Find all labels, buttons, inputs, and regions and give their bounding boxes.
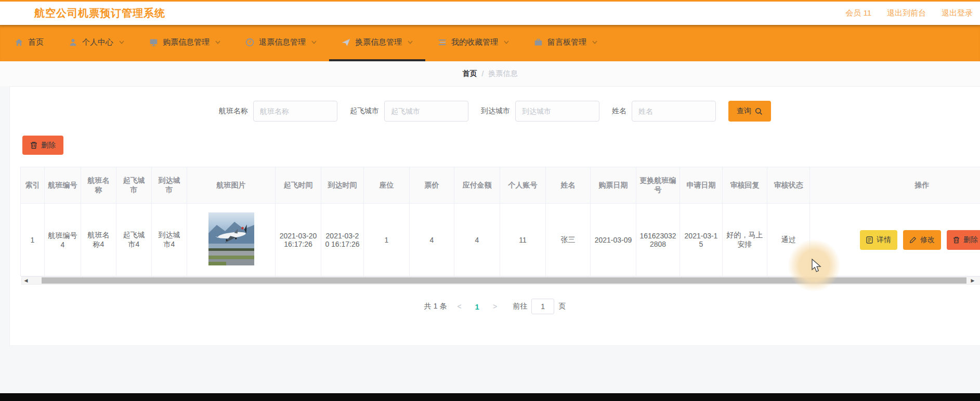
next-page-button[interactable]: > bbox=[490, 302, 500, 311]
col-name: 姓名 bbox=[546, 167, 591, 204]
member-link[interactable]: 会员 11 bbox=[845, 8, 871, 18]
nav-item-home[interactable]: 首页 bbox=[2, 25, 56, 61]
horizontal-scrollbar[interactable]: ◀ ▶ bbox=[21, 276, 980, 285]
airplane-photo bbox=[208, 212, 254, 265]
col-account: 个人账号 bbox=[500, 167, 546, 204]
col-review-reply: 审核回复 bbox=[723, 167, 767, 204]
detail-icon bbox=[866, 236, 873, 244]
col-depart-time: 起飞时间 bbox=[276, 167, 321, 204]
exit-to-front-link[interactable]: 退出到前台 bbox=[887, 8, 926, 18]
nav-item-message-board[interactable]: 留言板管理 bbox=[521, 25, 610, 61]
home-icon bbox=[15, 38, 23, 47]
data-table-wrap: 索引 航班编号 航班名称 起飞城市 到达城市 航班图片 起飞时间 到达时间 座位… bbox=[20, 167, 980, 285]
edit-icon bbox=[909, 236, 917, 244]
trash-icon bbox=[953, 236, 960, 244]
breadcrumb: 首页 / 换票信息 bbox=[0, 61, 980, 86]
paper-plane-icon bbox=[342, 38, 350, 47]
detail-button[interactable]: 详情 bbox=[860, 230, 897, 250]
depart-city-label: 起飞城市 bbox=[350, 106, 379, 116]
nav-item-ticket-purchase[interactable]: 购票信息管理 bbox=[137, 25, 233, 61]
col-flight-name: 航班名称 bbox=[81, 167, 116, 204]
nav-item-favorites[interactable]: 我的收藏管理 bbox=[425, 25, 521, 61]
col-apply-date: 申请日期 bbox=[680, 167, 723, 204]
topbar: 航空公司机票预订管理系统 会员 11 退出到前台 退出登录 bbox=[0, 2, 980, 25]
goto-label: 前往 bbox=[513, 302, 527, 311]
scrollbar-thumb[interactable] bbox=[42, 277, 966, 284]
app-title: 航空公司机票预订管理系统 bbox=[34, 6, 165, 20]
list-icon bbox=[438, 38, 447, 47]
bulk-delete-button[interactable]: 删除 bbox=[22, 136, 63, 155]
col-arrive-time: 到达时间 bbox=[321, 167, 364, 204]
col-buy-date: 购票日期 bbox=[591, 167, 636, 204]
col-seat: 座位 bbox=[364, 167, 410, 204]
gauge-icon bbox=[245, 38, 254, 47]
arrive-city-label: 到达城市 bbox=[481, 106, 510, 116]
breadcrumb-separator: / bbox=[482, 70, 484, 78]
chevron-down-icon bbox=[119, 41, 124, 44]
col-index: 索引 bbox=[21, 167, 45, 204]
chevron-down-icon bbox=[311, 41, 317, 44]
search-form: 航班名称 起飞城市 到达城市 姓名 查询 bbox=[10, 87, 980, 122]
edit-button[interactable]: 修改 bbox=[903, 230, 941, 250]
page-number-1[interactable]: 1 bbox=[472, 302, 482, 311]
user-icon bbox=[69, 38, 77, 47]
content-card: 航班名称 起飞城市 到达城市 姓名 查询 删除 bbox=[9, 86, 980, 346]
bottom-black-bar bbox=[0, 393, 980, 401]
breadcrumb-home[interactable]: 首页 bbox=[463, 69, 477, 78]
monitor-icon bbox=[149, 38, 158, 47]
col-new-flight-no: 更换航班编号 bbox=[636, 167, 680, 204]
row-operations: 详情 修改 删除 bbox=[813, 230, 980, 250]
chevron-down-icon bbox=[504, 41, 509, 44]
col-review-status: 审核状态 bbox=[767, 167, 810, 204]
trash-icon bbox=[30, 141, 37, 149]
col-price: 票价 bbox=[410, 167, 454, 204]
breadcrumb-current: 换票信息 bbox=[488, 69, 517, 78]
flight-name-label: 航班名称 bbox=[219, 106, 248, 116]
col-depart-city: 起飞城市 bbox=[116, 167, 152, 204]
name-input[interactable] bbox=[632, 101, 716, 122]
query-button[interactable]: 查询 bbox=[728, 101, 771, 122]
arrive-city-input[interactable] bbox=[515, 101, 599, 122]
col-operations: 操作 bbox=[810, 167, 980, 204]
nav-item-ticket-exchange[interactable]: 换票信息管理 bbox=[329, 25, 425, 61]
data-table: 索引 航班编号 航班名称 起飞城市 到达城市 航班图片 起飞时间 到达时间 座位… bbox=[20, 167, 980, 276]
depart-city-input[interactable] bbox=[384, 101, 468, 122]
pagination: 共 1 条 < 1 > 前往 页 bbox=[10, 299, 980, 314]
topbar-links: 会员 11 退出到前台 退出登录 bbox=[845, 8, 973, 18]
search-icon bbox=[755, 108, 763, 115]
page-unit-label: 页 bbox=[558, 302, 566, 311]
table-row: 1 航班编号4 航班名称4 起飞城市4 到达城市4 bbox=[21, 204, 980, 276]
logout-link[interactable]: 退出登录 bbox=[942, 8, 973, 18]
col-flight-image: 航班图片 bbox=[187, 167, 276, 204]
chevron-down-icon bbox=[592, 41, 597, 44]
chevron-down-icon bbox=[408, 41, 413, 44]
scroll-right-arrow[interactable]: ▶ bbox=[969, 278, 977, 283]
scroll-left-arrow[interactable]: ◀ bbox=[22, 278, 30, 283]
delete-button[interactable]: 删除 bbox=[947, 230, 980, 250]
goto-page-input[interactable] bbox=[531, 299, 554, 314]
chevron-down-icon bbox=[215, 41, 220, 44]
nav-item-personal-center[interactable]: 个人中心 bbox=[56, 25, 137, 61]
prev-page-button[interactable]: < bbox=[454, 302, 464, 311]
col-flight-no: 航班编号 bbox=[45, 167, 81, 204]
table-header-row: 索引 航班编号 航班名称 起飞城市 到达城市 航班图片 起飞时间 到达时间 座位… bbox=[21, 167, 980, 204]
briefcase-icon bbox=[534, 38, 543, 47]
col-amount: 应付金额 bbox=[454, 167, 500, 204]
nav-item-ticket-refund[interactable]: 退票信息管理 bbox=[233, 25, 329, 61]
col-arrive-city: 到达城市 bbox=[152, 167, 187, 204]
main-nav: 首页 个人中心 购票信息管理 退票信息管理 换票信息管理 我的收藏管理 留言板管… bbox=[0, 25, 980, 61]
flight-name-input[interactable] bbox=[253, 101, 337, 122]
pagination-total: 共 1 条 bbox=[424, 302, 447, 311]
name-label: 姓名 bbox=[612, 106, 626, 116]
